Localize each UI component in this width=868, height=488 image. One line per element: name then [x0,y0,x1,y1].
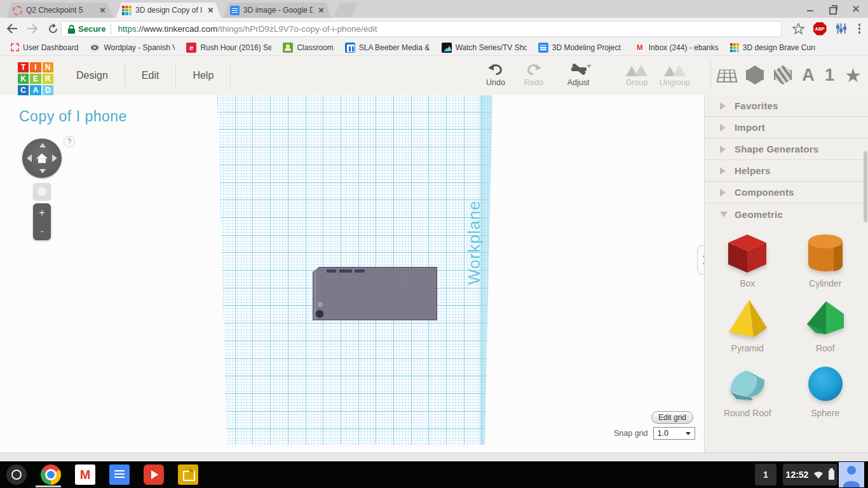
category-favorites[interactable]: Favorites [705,95,868,117]
shape-sphere[interactable]: Sphere [787,362,865,418]
category-components[interactable]: Components [705,182,868,203]
category-shape-generators[interactable]: Shape Generators [705,139,868,160]
scrollbar-thumb[interactable] [864,151,867,222]
bookmark-user-dashboard[interactable]: User Dashboard [5,41,84,55]
youtube-icon[interactable] [144,464,164,485]
arrow-right-icon[interactable] [52,154,57,162]
redo-button[interactable]: Redo [515,60,553,87]
bookmark-wordplay[interactable]: Wordplay - Spanish V [84,41,180,55]
number-tool-icon[interactable]: 1 [825,65,834,85]
shape-pyramid[interactable]: Pyramid [709,297,787,353]
bookmark-sla-beeber[interactable]: SLA Beeber Media & D [339,41,436,55]
bookmarks-bar: User Dashboard Wordplay - Spanish V e Ru… [0,39,868,56]
fit-view-button[interactable] [33,183,51,200]
snap-grid-value: 1.0 [658,429,668,438]
taskbar: M 1 12:52 [0,461,868,488]
edit-grid-button[interactable]: Edit grid [651,411,693,424]
new-tab-button[interactable] [334,3,358,17]
close-icon[interactable] [206,5,216,15]
text-tool-icon[interactable]: A [802,65,815,85]
notification-badge[interactable]: 1 [755,464,776,485]
category-helpers[interactable]: Helpers [705,160,868,182]
design-title: Copy of I phone [19,108,127,125]
shape-round-roof[interactable]: Round Roof [709,362,787,418]
adblock-icon[interactable]: ABP [813,22,827,36]
extension-sliders-icon[interactable] [836,23,847,34]
arrow-up-icon[interactable] [39,143,46,147]
divider [230,64,231,88]
minimize-icon[interactable] [806,4,815,13]
tinkercad-icon [730,43,739,52]
tab-tinkercad-active[interactable]: 3D design Copy of I pho [116,3,221,18]
arrow-down-icon[interactable] [39,169,46,173]
url-text: https://www.tinkercad.com/things/hPrD9zL… [118,24,377,34]
bookmark-rush-hour[interactable]: e Rush Hour (2016) Se [180,41,277,55]
pyramid-icon [725,297,770,339]
workplane-icon[interactable] [718,66,736,84]
shape-roof[interactable]: Roof [787,297,865,353]
letter-e-icon: e [186,43,196,53]
zoom-in-button[interactable]: + [33,203,51,222]
active-app-indicator [36,485,61,487]
panel-collapse-button[interactable]: 〉 [697,245,704,274]
bookmark-star-icon[interactable] [792,23,804,34]
solid-box-icon[interactable] [746,65,764,85]
restore-icon[interactable] [829,4,837,13]
bookmark-watch-series[interactable]: Watch Series/TV Sho [436,41,532,55]
undo-button[interactable]: Undo [477,60,515,87]
reload-icon[interactable] [44,20,61,37]
google-slides-icon[interactable] [178,464,198,485]
google-docs-icon[interactable] [109,464,130,485]
arrow-left-icon[interactable] [27,154,32,162]
home-view-icon[interactable] [36,154,48,163]
shape-cylinder[interactable]: Cylinder [787,233,865,288]
design-canvas[interactable]: Workplane Copy of I phone ? + - Edit gri… [0,95,704,452]
status-tray[interactable]: 12:52 [783,464,837,485]
chevron-right-icon [720,124,726,132]
bookmark-3d-modeling[interactable]: 3D Modeling Project 2 [532,41,629,55]
tinkercad-logo[interactable]: T I N K E R C A D [18,62,53,95]
close-icon[interactable] [98,5,108,15]
close-icon[interactable] [316,5,327,15]
orbit-control[interactable] [22,139,62,178]
category-geometric[interactable]: Geometric [705,203,868,225]
tab-google-docs[interactable]: 3D image - Google Docs [224,3,332,18]
forward-icon[interactable] [24,20,41,37]
gmail-icon[interactable]: M [75,464,95,485]
bookmark-inbox[interactable]: M Inbox (244) - ebanks [629,41,724,55]
shape-box[interactable]: Box [709,233,787,288]
chrome-icon[interactable] [41,464,61,485]
chrome-menu-icon[interactable] [856,24,864,34]
window-bottom-strip [0,452,868,461]
menu-help[interactable]: Help [176,64,230,88]
workplane-grid[interactable] [217,95,492,445]
address-bar[interactable]: Secure https://www.tinkercad.com/things/… [61,21,782,37]
category-import[interactable]: Import [705,117,868,139]
adjust-button[interactable]: Adjust [553,60,604,87]
group-icon [626,60,648,76]
zoom-out-button[interactable]: - [33,222,51,240]
menu-design[interactable]: Design [60,64,125,88]
bookmark-3d-design-brave[interactable]: 3D design Brave Curc [724,41,821,55]
back-icon[interactable] [4,20,20,37]
bookmark-classroom[interactable]: Classroom [277,41,339,55]
iphone-model[interactable] [313,267,437,320]
palette-icon-row: A 1 ★ [718,61,862,89]
group-button[interactable]: Group [618,60,656,87]
ungroup-button[interactable]: Ungroup [656,60,694,87]
google-docs-favicon [230,6,240,15]
menu-edit[interactable]: Edit [125,64,176,88]
launcher-icon[interactable] [6,464,27,485]
tinkercad-favicon [122,6,132,15]
close-window-icon[interactable] [851,4,860,13]
user-avatar[interactable] [839,462,864,487]
model-camera-big [315,309,324,318]
help-button[interactable]: ? [64,136,75,147]
hole-box-icon[interactable] [774,65,792,85]
undo-icon [487,60,504,76]
tab-q2-checkpoint[interactable]: Q2 Checkpoint 5 [6,3,113,18]
snap-grid-select[interactable]: 1.0 [653,427,695,440]
favorites-star-icon[interactable]: ★ [844,64,862,86]
chevron-right-icon [720,167,726,175]
shapes-panel: Favorites Import Shape Generators Helper… [704,95,868,452]
